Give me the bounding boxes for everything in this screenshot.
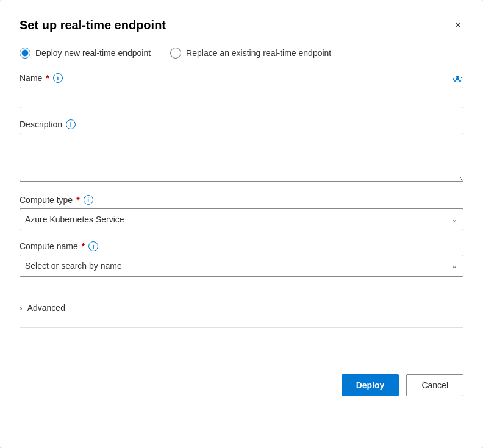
dialog-title: Set up real-time endpoint: [20, 18, 166, 32]
compute-type-select[interactable]: Azure Kubernetes Service Managed Compute: [20, 208, 463, 230]
description-input[interactable]: [20, 133, 463, 182]
description-label: Description i: [20, 119, 463, 129]
name-label-group: Name * i: [20, 73, 63, 87]
compute-type-label-text: Compute type: [20, 195, 73, 205]
advanced-section[interactable]: › Advanced: [20, 296, 463, 320]
name-info-icon[interactable]: i: [53, 73, 63, 83]
cancel-button[interactable]: Cancel: [406, 374, 463, 396]
dialog-header: Set up real-time endpoint ×: [20, 17, 463, 33]
dialog: Set up real-time endpoint × Deploy new r…: [0, 0, 483, 448]
compute-name-field-group: Compute name * i Select or search by nam…: [20, 241, 463, 277]
name-label: Name * i: [20, 73, 63, 83]
compute-name-select-wrapper: Select or search by name ⌄: [20, 255, 463, 277]
radio-deploy-new[interactable]: Deploy new real-time endpoint: [20, 48, 151, 59]
name-label-text: Name: [20, 73, 42, 83]
description-field-group: Description i: [20, 119, 463, 184]
description-info-icon[interactable]: i: [66, 119, 76, 129]
radio-deploy-new-input[interactable]: [20, 48, 30, 59]
compute-type-select-wrapper: Azure Kubernetes Service Managed Compute…: [20, 208, 463, 230]
advanced-divider-top: [20, 288, 463, 288]
compute-name-label: Compute name * i: [20, 241, 463, 251]
compute-name-select[interactable]: Select or search by name: [20, 255, 463, 277]
radio-replace-existing-input[interactable]: [170, 48, 181, 59]
compute-name-required-marker: *: [82, 241, 85, 251]
close-button[interactable]: ×: [452, 17, 463, 33]
dialog-footer: Deploy Cancel: [20, 364, 463, 396]
radio-replace-existing-label: Replace an existing real-time endpoint: [186, 48, 331, 58]
eye-icon[interactable]: 👁: [453, 74, 463, 87]
radio-replace-existing[interactable]: Replace an existing real-time endpoint: [170, 48, 331, 59]
compute-name-label-text: Compute name: [20, 241, 78, 251]
advanced-chevron-icon: ›: [20, 303, 23, 313]
name-label-row: Name * i 👁: [20, 73, 463, 87]
compute-type-label: Compute type * i: [20, 195, 463, 205]
advanced-label: Advanced: [27, 303, 65, 313]
radio-deploy-new-label: Deploy new real-time endpoint: [35, 48, 151, 58]
deploy-button[interactable]: Deploy: [342, 374, 399, 396]
name-required-marker: *: [46, 73, 49, 83]
advanced-divider-bottom: [20, 327, 463, 328]
name-field-group: Name * i 👁: [20, 73, 463, 108]
compute-type-required-marker: *: [76, 195, 79, 205]
compute-type-field-group: Compute type * i Azure Kubernetes Servic…: [20, 195, 463, 230]
name-input[interactable]: [20, 87, 463, 108]
compute-type-info-icon[interactable]: i: [84, 195, 93, 205]
compute-name-info-icon[interactable]: i: [88, 241, 98, 251]
description-label-text: Description: [20, 119, 62, 129]
radio-group: Deploy new real-time endpoint Replace an…: [20, 48, 463, 59]
